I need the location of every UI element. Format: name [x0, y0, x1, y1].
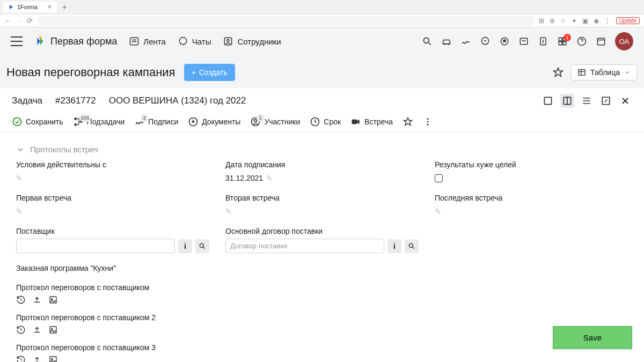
menu-button[interactable]: [11, 36, 23, 46]
action-subtasks[interactable]: 103 Подзадачи: [73, 116, 125, 127]
history-icon[interactable]: [16, 355, 26, 362]
video-icon: [350, 116, 361, 127]
menu-icon[interactable]: ⋮: [604, 17, 611, 25]
svg-marker-1: [38, 38, 41, 46]
edit-icon[interactable]: ✎: [225, 207, 232, 216]
history-icon[interactable]: [16, 325, 26, 335]
svg-rect-27: [74, 123, 76, 125]
check-circle-icon: [12, 116, 23, 127]
update-button[interactable]: Update: [616, 17, 640, 24]
svg-point-34: [427, 118, 429, 120]
star-circle-icon[interactable]: [499, 36, 510, 47]
svg-rect-18: [563, 42, 566, 45]
task-header: Задача #2361772 ООО ВЕРШИНА (1324) год 2…: [0, 88, 644, 113]
svg-point-35: [427, 121, 429, 123]
info-button[interactable]: i: [387, 239, 401, 253]
comment-icon[interactable]: [480, 36, 491, 47]
star-icon[interactable]: ☆: [560, 17, 566, 25]
upload-icon[interactable]: [32, 355, 42, 362]
field-last-meeting: Последняя встреча ✎: [435, 194, 628, 217]
reload-button[interactable]: ⟳: [27, 17, 33, 25]
new-tab-button[interactable]: +: [59, 3, 70, 11]
edit-icon[interactable]: ✎: [16, 174, 23, 182]
tab-favicon: [9, 4, 14, 10]
extensions-icon[interactable]: ✦: [572, 17, 577, 25]
info-button[interactable]: i: [178, 239, 192, 253]
profile-icon[interactable]: ◉: [594, 17, 599, 25]
title-bar: Новая переговорная кампания + Создать Та…: [0, 55, 644, 88]
favorite-button[interactable]: [552, 67, 564, 78]
upload-icon[interactable]: [32, 325, 42, 335]
edit-icon[interactable]: ✎: [435, 207, 441, 216]
action-documents[interactable]: Документы: [188, 116, 240, 127]
zoom-icon[interactable]: ⊕: [550, 17, 555, 25]
calendar-icon[interactable]: [596, 36, 606, 47]
task-id: #2361772: [55, 95, 96, 106]
expand-icon[interactable]: [599, 94, 613, 108]
history-icon[interactable]: [16, 295, 26, 305]
svg-point-8: [423, 38, 429, 43]
action-meeting[interactable]: Встреча: [350, 116, 393, 127]
inbox-icon[interactable]: [518, 36, 529, 47]
protocol-2-label: Протокол переговоров с поставщиком 2: [16, 313, 628, 322]
close-task-icon[interactable]: [618, 94, 632, 108]
chevron-down-icon: [624, 69, 631, 76]
signature-icon[interactable]: [460, 36, 471, 47]
back-button[interactable]: ←: [4, 17, 11, 25]
search-icon[interactable]: [422, 36, 433, 47]
qr-icon[interactable]: ⊞: [539, 17, 544, 25]
note-icon[interactable]: [538, 36, 548, 47]
action-deadline[interactable]: Срок: [310, 116, 341, 127]
search-button[interactable]: [405, 239, 419, 253]
car-icon[interactable]: [441, 36, 452, 47]
layout-list-icon[interactable]: [580, 94, 594, 108]
view-switcher[interactable]: Таблица: [570, 64, 638, 80]
image-icon[interactable]: [48, 295, 58, 305]
download-icon: [188, 116, 199, 127]
image-icon[interactable]: [48, 325, 58, 335]
close-icon[interactable]: ×: [48, 3, 52, 11]
logo[interactable]: Первая форма: [34, 35, 117, 47]
svg-rect-26: [74, 118, 76, 120]
results-checkbox[interactable]: [435, 174, 443, 182]
user-avatar[interactable]: ОА: [615, 32, 633, 50]
action-save[interactable]: Сохранить: [12, 116, 63, 127]
action-participants[interactable]: 1 Участники: [250, 116, 300, 127]
svg-point-37: [200, 243, 203, 247]
protocol-3-label: Протокол переговоров с поставщиком 3: [16, 343, 628, 352]
action-more[interactable]: [423, 117, 433, 127]
image-icon[interactable]: [48, 355, 58, 362]
nav-chats[interactable]: Чаты: [178, 36, 211, 47]
nav-employees[interactable]: Сотрудники: [223, 36, 281, 47]
search-button[interactable]: [195, 239, 209, 253]
section-protocols[interactable]: Протоколы встреч: [16, 138, 628, 160]
chevron-down-icon: [16, 145, 25, 154]
ext2-icon[interactable]: ▣: [582, 17, 588, 25]
address-bar[interactable]: [37, 16, 535, 26]
svg-point-38: [409, 243, 413, 247]
chat-icon: [178, 36, 188, 47]
app-header: Первая форма Лента Чаты Сотрудники 1 ОА: [0, 27, 644, 55]
logo-icon: [34, 35, 46, 47]
browser-tab[interactable]: 1Forma ×: [3, 2, 57, 12]
upload-icon[interactable]: [32, 295, 42, 305]
employees-icon: [223, 36, 233, 47]
edit-icon[interactable]: ✎: [266, 174, 273, 182]
contract-input[interactable]: Договор поставки: [225, 239, 384, 253]
task-name: ООО ВЕРШИНА (1324) год 2022: [109, 95, 246, 106]
nav-feed[interactable]: Лента: [129, 36, 166, 47]
help-icon[interactable]: [576, 36, 587, 47]
layout-split-icon[interactable]: [560, 94, 574, 108]
save-button[interactable]: Save: [553, 326, 632, 349]
supplier-input[interactable]: [16, 239, 175, 253]
apps-icon[interactable]: 1: [557, 36, 568, 47]
custom-program-label: Заказная программа "Кухни": [16, 264, 628, 272]
field-results-worse: Результаты хуже целей: [435, 160, 628, 184]
layout-single-icon[interactable]: [541, 94, 555, 108]
svg-point-40: [52, 298, 53, 299]
create-button[interactable]: + Создать: [184, 64, 235, 81]
edit-icon[interactable]: ✎: [16, 207, 23, 216]
forward-button[interactable]: →: [16, 17, 23, 25]
action-star[interactable]: [402, 116, 413, 127]
action-signatures[interactable]: 2 Подписи: [134, 116, 178, 127]
